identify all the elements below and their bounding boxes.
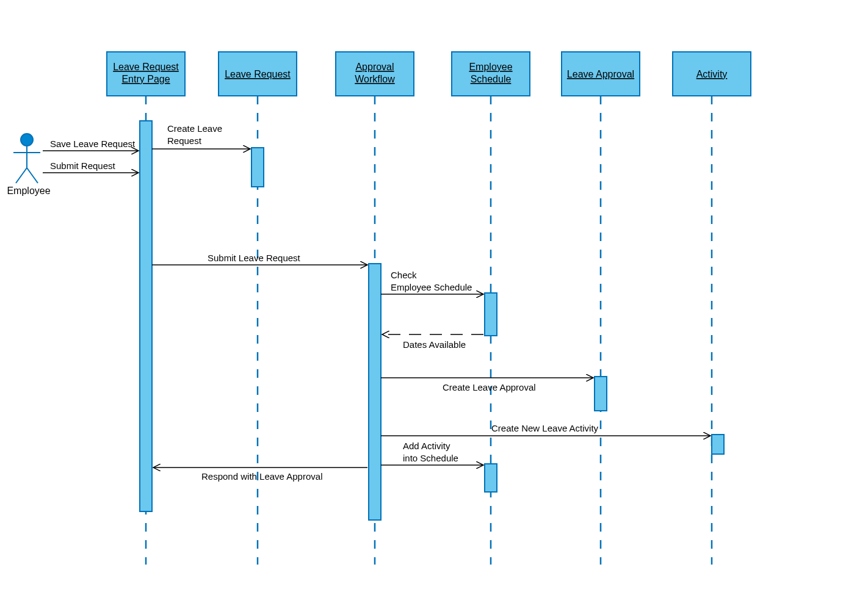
msg-add-activity-2: into Schedule [403,453,458,463]
activation-request [251,148,264,187]
msg-create-leave-2: Request [167,135,202,146]
lane-schedule-label-2: Schedule [471,74,512,84]
msg-respond: Respond with Leave Approval [201,471,322,482]
msg-save-leave: Save Leave Request [50,139,136,149]
svg-point-0 [21,134,33,146]
msg-check-sched-1: Check [391,270,417,280]
msg-dates-avail: Dates Available [403,339,466,350]
svg-line-3 [16,168,27,183]
msg-submit-leave: Submit Leave Request [208,253,301,263]
msg-create-approval: Create Leave Approval [443,382,536,392]
lane-activity-label: Activity [696,69,728,79]
activation-schedule-2 [485,464,497,492]
activation-activity [712,435,724,454]
sequence-diagram: Leave Request Entry Page Leave Request A… [0,0,868,603]
svg-line-4 [27,168,38,183]
msg-create-activity: Create New Leave Activity [491,423,599,433]
msg-submit-req: Submit Request [50,161,116,171]
msg-check-sched-2: Employee Schedule [391,282,472,292]
activation-workflow [369,264,381,520]
msg-create-leave-1: Create Leave [167,123,222,134]
lane-workflow-label-2: Workflow [355,74,395,84]
actor-employee-label: Employee [7,186,50,196]
activation-entry [140,121,152,511]
lane-entry-label-1: Leave Request [113,62,179,72]
actor-employee: Employee [7,134,50,196]
lane-request-label: Leave Request [225,69,291,79]
lane-schedule-label-1: Employee [469,62,512,72]
lane-entry-label-2: Entry Page [121,74,170,84]
activation-approval [595,377,607,411]
activation-schedule-1 [485,293,497,336]
lane-workflow-label-1: Approval [355,62,394,72]
msg-add-activity-1: Add Activity [403,441,450,451]
lane-approval-label: Leave Approval [567,69,634,79]
